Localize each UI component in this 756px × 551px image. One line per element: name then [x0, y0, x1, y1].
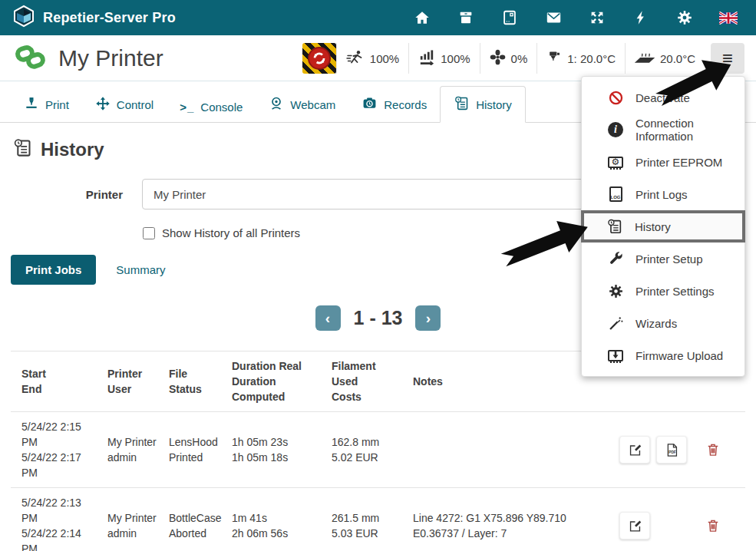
tab-webcam[interactable]: Webcam — [256, 87, 348, 122]
printer-dropdown-menu: Deactivate i Connection Information ⚙ Pr… — [581, 76, 745, 377]
emergency-stop-segment — [302, 43, 336, 74]
gear-icon — [606, 282, 625, 300]
tab-control[interactable]: Control — [82, 87, 167, 122]
printer-label: Printer — [0, 188, 123, 201]
table-row: 5/24/22 2:15 PM5/24/22 2:17 PM My Printe… — [11, 412, 745, 488]
tab-print[interactable]: Print — [11, 87, 82, 122]
tab-print-label: Print — [45, 98, 69, 111]
header-start-end: StartEnd — [11, 366, 97, 397]
menu-item-label: Print Logs — [636, 188, 688, 201]
link-icon — [12, 39, 48, 78]
printer-select[interactable]: My Printer — [142, 179, 591, 210]
bed-value: 20.0°C — [660, 52, 695, 65]
menu-item-label: Printer Setup — [636, 252, 703, 266]
menu-item-print-logs[interactable]: LOG Print Logs — [582, 178, 744, 210]
menu-item-label: Firmware Upload — [636, 349, 723, 362]
cell-delete — [695, 518, 745, 533]
header-file-status: FileStatus — [158, 366, 221, 397]
emergency-stop-icon — [308, 47, 331, 70]
flow-segment[interactable]: 100% — [408, 43, 479, 74]
menu-item-label: Wizards — [636, 317, 677, 330]
gear-icon[interactable] — [675, 8, 694, 27]
cell-start-end: 5/24/22 2:13 PM5/24/22 2:14 PM — [11, 495, 97, 551]
uk-flag-icon[interactable] — [719, 8, 738, 27]
emergency-stop-button[interactable] — [302, 43, 336, 74]
cell-file-status: LensHoodPrinted — [158, 434, 221, 465]
menu-item-wizards[interactable]: Wizards — [582, 307, 744, 339]
printer-header: My Printer 100% — [0, 35, 756, 81]
menu-item-connection-information[interactable]: i Connection Information — [582, 114, 744, 146]
menu-item-label: Printer EEPROM — [636, 156, 722, 169]
header-filament-costs: Filament UsedCosts — [321, 358, 402, 404]
cell-start-end: 5/24/22 2:15 PM5/24/22 2:17 PM — [11, 419, 97, 480]
flow-value: 100% — [441, 52, 470, 65]
info-icon: i — [606, 120, 625, 139]
cell-filament-costs: 162.8 mm5.02 EUR — [321, 434, 402, 465]
extruder-segment[interactable]: 1: 20.0°C — [536, 43, 625, 74]
home-icon[interactable] — [413, 8, 431, 27]
delete-button[interactable] — [705, 518, 721, 533]
chip-upload-icon — [606, 346, 625, 365]
speed-icon — [346, 50, 365, 68]
menu-item-label: Deactivate — [636, 91, 690, 104]
brand[interactable]: Repetier-Server Pro — [12, 5, 176, 31]
wand-icon — [606, 314, 625, 332]
menu-item-history[interactable]: History — [581, 210, 745, 243]
cell-notes: Line 4272: G1 X75.896 Y89.710 E0.36737 /… — [402, 510, 609, 541]
fan-icon — [490, 49, 506, 68]
menu-item-printer-setup[interactable]: Printer Setup — [582, 243, 744, 275]
speed-value: 100% — [370, 52, 399, 65]
flow-icon — [418, 50, 435, 68]
menu-item-printer-settings[interactable]: Printer Settings — [582, 275, 744, 307]
bolt-icon[interactable] — [632, 8, 650, 27]
history-icon — [606, 217, 624, 236]
cell-filament-costs: 261.5 mm5.03 EUR — [321, 510, 402, 541]
chip-gear-icon: ⚙ — [606, 153, 625, 171]
table-row: 5/24/22 2:13 PM5/24/22 2:14 PM My Printe… — [11, 488, 745, 551]
records-icon — [361, 96, 378, 114]
print-jobs-button[interactable]: Print Jobs — [11, 255, 96, 285]
menu-item-printer-eeprom[interactable]: ⚙ Printer EEPROM — [582, 146, 744, 178]
summary-button[interactable]: Summary — [116, 263, 165, 276]
menu-item-deactivate[interactable]: Deactivate — [582, 81, 744, 114]
fan-segment[interactable]: 0% — [480, 43, 537, 74]
history-table: StartEnd PrinterUser FileStatus Duration… — [11, 351, 745, 551]
all-printers-checkbox[interactable] — [143, 227, 155, 239]
history-heading-label: History — [41, 139, 104, 160]
cell-delete — [695, 442, 745, 457]
header-printer-user: PrinterUser — [97, 366, 158, 397]
printer-title: My Printer — [58, 45, 163, 71]
bed-segment[interactable]: 20.0°C — [625, 43, 705, 74]
edit-note-button[interactable] — [619, 436, 650, 464]
cell-duration: 1m 41s2h 06m 56s — [221, 510, 321, 541]
edit-note-button[interactable] — [619, 512, 650, 539]
printer-menu-button[interactable]: ≡ — [711, 43, 744, 74]
page-range: 1 - 13 — [354, 307, 403, 329]
box-icon[interactable] — [457, 8, 475, 27]
menu-item-firmware-upload[interactable]: Firmware Upload — [582, 339, 744, 371]
repetier-server-page: Repetier-Server Pro — [0, 0, 756, 551]
delete-button[interactable] — [705, 442, 721, 457]
svg-text:PDF: PDF — [669, 450, 676, 454]
log-file-icon: LOG — [606, 185, 625, 203]
console-icon: >_ — [180, 101, 194, 114]
tablet-icon[interactable] — [500, 8, 519, 27]
pdf-report-button[interactable]: PDF — [656, 436, 687, 464]
all-printers-checkbox-label: Show History of all Printers — [162, 226, 300, 239]
tab-history[interactable]: History — [440, 86, 526, 123]
heated-bed-icon — [635, 50, 655, 68]
cell-file-status: BottleCaseAborted — [158, 510, 221, 541]
mail-icon[interactable] — [544, 8, 563, 27]
tab-console[interactable]: >_ Console — [167, 92, 256, 122]
cell-duration: 1h 05m 23s1h 05m 18s — [221, 434, 321, 465]
tab-records[interactable]: Records — [348, 87, 440, 122]
control-icon — [95, 96, 111, 114]
fan-value: 0% — [511, 52, 528, 65]
next-page-button[interactable]: › — [415, 305, 441, 331]
speed-segment[interactable]: 100% — [336, 43, 408, 74]
top-navbar: Repetier-Server Pro — [0, 0, 756, 35]
prev-page-button[interactable]: ‹ — [315, 305, 341, 331]
tab-console-label: Console — [200, 101, 243, 114]
expand-icon[interactable] — [588, 8, 606, 27]
cell-actions: PDF — [609, 436, 695, 464]
